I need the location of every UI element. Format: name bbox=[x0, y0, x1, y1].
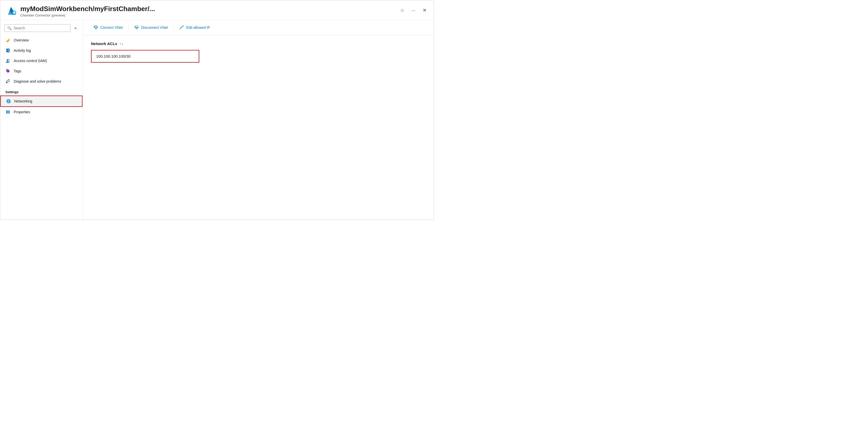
toolbar: Connect VNet Disconnect VNet bbox=[83, 20, 434, 35]
activity-log-label: Activity log bbox=[14, 48, 31, 53]
access-control-icon bbox=[5, 58, 10, 63]
overview-icon bbox=[5, 38, 10, 43]
search-box[interactable]: 🔍 bbox=[4, 24, 70, 32]
acl-row: 100.100.100.100/30 bbox=[91, 50, 199, 63]
settings-section-label: Settings bbox=[0, 87, 83, 96]
sidebar-item-networking[interactable]: ↔ Networking bbox=[0, 96, 83, 107]
diagnose-icon bbox=[5, 79, 10, 84]
svg-line-32 bbox=[180, 26, 183, 29]
properties-label: Properties bbox=[14, 110, 30, 114]
collapse-button[interactable]: « bbox=[73, 25, 79, 31]
svg-point-14 bbox=[7, 70, 8, 71]
sidebar-item-diagnose[interactable]: Diagnose and solve problems bbox=[0, 76, 83, 87]
header-text: myModSimWorkbench/myFirstChamber/... Cha… bbox=[20, 5, 155, 17]
search-input[interactable] bbox=[14, 26, 67, 30]
disconnect-vnet-label: Disconnect VNet bbox=[141, 26, 168, 30]
main-window: myModSimWorkbench/myFirstChamber/... Cha… bbox=[0, 0, 434, 220]
diagnose-label: Diagnose and solve problems bbox=[14, 79, 61, 83]
sidebar-item-overview[interactable]: Overview bbox=[0, 35, 83, 45]
page-subtitle: Chamber Connector (preview) bbox=[20, 13, 155, 17]
activity-log-icon bbox=[5, 48, 10, 53]
svg-rect-23 bbox=[6, 110, 7, 113]
sidebar-item-access-control[interactable]: Access control (IAM) bbox=[0, 56, 83, 66]
search-icon: 🔍 bbox=[7, 26, 11, 30]
svg-rect-25 bbox=[9, 110, 9, 113]
table-header: Network ACLs ↑↓ bbox=[91, 41, 426, 46]
header-left: myModSimWorkbench/myFirstChamber/... Cha… bbox=[6, 5, 155, 17]
properties-icon bbox=[5, 109, 10, 114]
network-acls-label: Network ACLs bbox=[91, 41, 117, 46]
tags-label: Tags bbox=[14, 69, 21, 73]
main-content: Connect VNet Disconnect VNet bbox=[83, 20, 434, 219]
networking-icon: ↔ bbox=[6, 99, 11, 104]
svg-point-28 bbox=[94, 27, 95, 28]
page-title: myModSimWorkbench/myFirstChamber/... bbox=[20, 5, 155, 13]
sidebar-item-tags[interactable]: Tags bbox=[0, 66, 83, 76]
tags-icon bbox=[5, 68, 10, 74]
connect-vnet-icon bbox=[94, 25, 98, 30]
sidebar-item-properties[interactable]: Properties bbox=[0, 107, 83, 117]
svg-line-33 bbox=[180, 29, 180, 29]
edit-allowed-ip-icon bbox=[179, 25, 184, 30]
disconnect-vnet-button[interactable]: Disconnect VNet bbox=[130, 23, 173, 32]
networking-label: Networking bbox=[14, 99, 32, 103]
more-button[interactable]: ··· bbox=[410, 7, 416, 14]
connect-vnet-label: Connect VNet bbox=[100, 26, 123, 30]
close-button[interactable]: ✕ bbox=[422, 6, 428, 14]
content-area: Network ACLs ↑↓ 100.100.100.100/30 bbox=[83, 35, 434, 219]
sort-icon[interactable]: ↑↓ bbox=[120, 42, 123, 46]
access-control-label: Access control (IAM) bbox=[14, 59, 47, 63]
network-acl-table: 100.100.100.100/30 bbox=[91, 50, 199, 63]
favorite-button[interactable]: ☆ bbox=[399, 6, 405, 14]
body: 🔍 « Overview bbox=[0, 20, 434, 219]
svg-point-13 bbox=[8, 59, 10, 61]
svg-point-26 bbox=[95, 27, 97, 29]
svg-point-12 bbox=[7, 59, 8, 61]
svg-rect-8 bbox=[6, 49, 7, 52]
search-area: 🔍 « bbox=[0, 24, 83, 35]
disconnect-vnet-icon bbox=[134, 25, 139, 30]
edit-allowed-ip-button[interactable]: Edit allowed IP bbox=[175, 23, 215, 32]
svg-point-3 bbox=[13, 11, 15, 14]
sidebar: 🔍 « Overview bbox=[0, 20, 83, 219]
toolbar-divider-2 bbox=[174, 25, 174, 31]
svg-rect-24 bbox=[7, 110, 8, 113]
connect-vnet-button[interactable]: Connect VNet bbox=[89, 23, 127, 32]
overview-label: Overview bbox=[14, 38, 29, 42]
app-logo bbox=[6, 5, 17, 16]
acl-entry: 100.100.100.100/30 bbox=[96, 54, 130, 59]
svg-point-31 bbox=[134, 27, 135, 28]
header: myModSimWorkbench/myFirstChamber/... Cha… bbox=[0, 0, 434, 20]
svg-point-29 bbox=[136, 27, 137, 29]
svg-text:↔: ↔ bbox=[9, 101, 11, 103]
header-actions: ☆ ··· ✕ bbox=[399, 6, 428, 14]
edit-allowed-ip-label: Edit allowed IP bbox=[186, 26, 210, 30]
sidebar-item-activity-log[interactable]: Activity log bbox=[0, 45, 83, 56]
toolbar-divider-1 bbox=[128, 25, 129, 31]
